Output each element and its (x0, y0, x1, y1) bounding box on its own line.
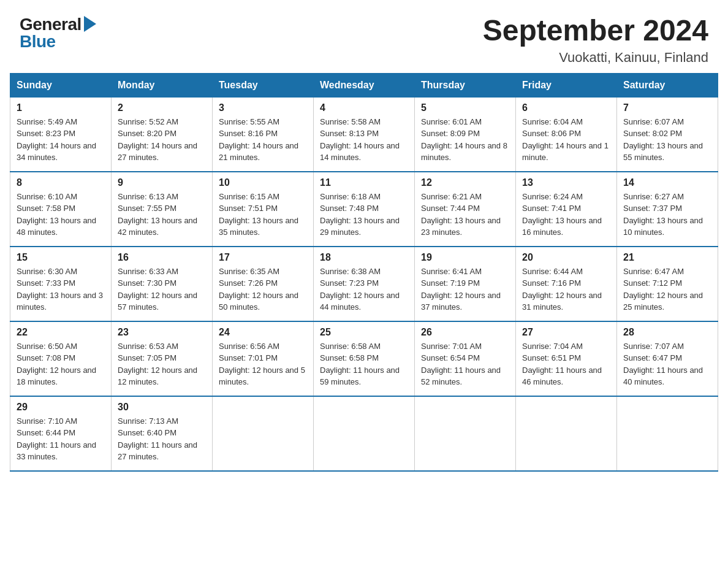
day-info: Sunrise: 6:30 AM Sunset: 7:33 PM Dayligh… (17, 266, 105, 313)
day-info: Sunrise: 6:04 AM Sunset: 8:06 PM Dayligh… (522, 116, 610, 164)
day-number: 27 (522, 327, 610, 338)
day-info: Sunrise: 6:07 AM Sunset: 8:02 PM Dayligh… (623, 116, 711, 164)
calendar-week-row: 22Sunrise: 6:50 AM Sunset: 7:08 PM Dayli… (10, 321, 718, 396)
day-info: Sunrise: 6:35 AM Sunset: 7:26 PM Dayligh… (219, 266, 307, 313)
day-number: 30 (118, 402, 206, 413)
day-number: 24 (219, 327, 307, 338)
table-row: 12Sunrise: 6:21 AM Sunset: 7:44 PM Dayli… (415, 172, 516, 247)
table-row: 22Sunrise: 6:50 AM Sunset: 7:08 PM Dayli… (10, 321, 112, 396)
day-number: 16 (118, 252, 206, 263)
table-row: 6Sunrise: 6:04 AM Sunset: 8:06 PM Daylig… (516, 97, 617, 172)
day-info: Sunrise: 5:52 AM Sunset: 8:20 PM Dayligh… (118, 116, 206, 164)
table-row: 21Sunrise: 6:47 AM Sunset: 7:12 PM Dayli… (617, 247, 718, 321)
col-thursday: Thursday (415, 73, 516, 97)
day-number: 10 (219, 177, 307, 188)
table-row: 3Sunrise: 5:55 AM Sunset: 8:16 PM Daylig… (213, 97, 314, 172)
table-row: 27Sunrise: 7:04 AM Sunset: 6:51 PM Dayli… (516, 321, 617, 396)
day-number: 1 (17, 102, 105, 113)
col-sunday: Sunday (10, 73, 112, 97)
day-number: 17 (219, 252, 307, 263)
col-wednesday: Wednesday (314, 73, 415, 97)
day-number: 13 (522, 177, 610, 188)
day-info: Sunrise: 6:38 AM Sunset: 7:23 PM Dayligh… (320, 266, 408, 313)
day-info: Sunrise: 6:41 AM Sunset: 7:19 PM Dayligh… (421, 266, 509, 313)
day-number: 28 (623, 327, 711, 338)
day-number: 8 (17, 177, 105, 188)
day-number: 25 (320, 327, 408, 338)
table-row: 14Sunrise: 6:27 AM Sunset: 7:37 PM Dayli… (617, 172, 718, 247)
day-info: Sunrise: 6:15 AM Sunset: 7:51 PM Dayligh… (219, 191, 307, 239)
table-row: 2Sunrise: 5:52 AM Sunset: 8:20 PM Daylig… (112, 97, 213, 172)
day-number: 22 (17, 327, 105, 338)
col-friday: Friday (516, 73, 617, 97)
table-row: 11Sunrise: 6:18 AM Sunset: 7:48 PM Dayli… (314, 172, 415, 247)
page-title: September 2024 (483, 15, 708, 47)
day-info: Sunrise: 7:10 AM Sunset: 6:44 PM Dayligh… (17, 415, 105, 463)
table-row (516, 396, 617, 471)
day-number: 20 (522, 252, 610, 263)
day-info: Sunrise: 6:10 AM Sunset: 7:58 PM Dayligh… (17, 191, 105, 239)
col-tuesday: Tuesday (213, 73, 314, 97)
day-info: Sunrise: 6:21 AM Sunset: 7:44 PM Dayligh… (421, 191, 509, 239)
day-number: 6 (522, 102, 610, 113)
day-info: Sunrise: 6:44 AM Sunset: 7:16 PM Dayligh… (522, 266, 610, 313)
day-number: 15 (17, 252, 105, 263)
day-info: Sunrise: 7:07 AM Sunset: 6:47 PM Dayligh… (623, 340, 711, 388)
day-info: Sunrise: 5:49 AM Sunset: 8:23 PM Dayligh… (17, 116, 105, 164)
table-row: 17Sunrise: 6:35 AM Sunset: 7:26 PM Dayli… (213, 247, 314, 321)
day-info: Sunrise: 5:55 AM Sunset: 8:16 PM Dayligh… (219, 116, 307, 164)
table-row: 13Sunrise: 6:24 AM Sunset: 7:41 PM Dayli… (516, 172, 617, 247)
day-info: Sunrise: 6:13 AM Sunset: 7:55 PM Dayligh… (118, 191, 206, 239)
calendar-week-row: 29Sunrise: 7:10 AM Sunset: 6:44 PM Dayli… (10, 396, 718, 471)
table-row: 18Sunrise: 6:38 AM Sunset: 7:23 PM Dayli… (314, 247, 415, 321)
day-info: Sunrise: 6:01 AM Sunset: 8:09 PM Dayligh… (421, 116, 509, 164)
calendar-week-row: 1Sunrise: 5:49 AM Sunset: 8:23 PM Daylig… (10, 97, 718, 172)
table-row: 25Sunrise: 6:58 AM Sunset: 6:58 PM Dayli… (314, 321, 415, 396)
day-number: 5 (421, 102, 509, 113)
table-row: 5Sunrise: 6:01 AM Sunset: 8:09 PM Daylig… (415, 97, 516, 172)
table-row (314, 396, 415, 471)
day-info: Sunrise: 7:01 AM Sunset: 6:54 PM Dayligh… (421, 340, 509, 388)
table-row: 7Sunrise: 6:07 AM Sunset: 8:02 PM Daylig… (617, 97, 718, 172)
day-number: 18 (320, 252, 408, 263)
day-info: Sunrise: 6:56 AM Sunset: 7:01 PM Dayligh… (219, 340, 307, 388)
day-number: 26 (421, 327, 509, 338)
table-row: 1Sunrise: 5:49 AM Sunset: 8:23 PM Daylig… (10, 97, 112, 172)
table-row: 4Sunrise: 5:58 AM Sunset: 8:13 PM Daylig… (314, 97, 415, 172)
day-number: 7 (623, 102, 711, 113)
day-number: 4 (320, 102, 408, 113)
day-info: Sunrise: 6:33 AM Sunset: 7:30 PM Dayligh… (118, 266, 206, 313)
table-row: 8Sunrise: 6:10 AM Sunset: 7:58 PM Daylig… (10, 172, 112, 247)
calendar-table: Sunday Monday Tuesday Wednesday Thursday… (10, 73, 718, 472)
day-number: 2 (118, 102, 206, 113)
day-info: Sunrise: 7:13 AM Sunset: 6:40 PM Dayligh… (118, 415, 206, 463)
day-info: Sunrise: 6:27 AM Sunset: 7:37 PM Dayligh… (623, 191, 711, 239)
day-info: Sunrise: 6:58 AM Sunset: 6:58 PM Dayligh… (320, 340, 408, 388)
calendar-week-row: 8Sunrise: 6:10 AM Sunset: 7:58 PM Daylig… (10, 172, 718, 247)
day-info: Sunrise: 5:58 AM Sunset: 8:13 PM Dayligh… (320, 116, 408, 164)
day-info: Sunrise: 6:18 AM Sunset: 7:48 PM Dayligh… (320, 191, 408, 239)
col-monday: Monday (112, 73, 213, 97)
logo-blue-text: Blue (20, 32, 56, 52)
day-info: Sunrise: 7:04 AM Sunset: 6:51 PM Dayligh… (522, 340, 610, 388)
col-saturday: Saturday (617, 73, 718, 97)
day-info: Sunrise: 6:53 AM Sunset: 7:05 PM Dayligh… (118, 340, 206, 388)
table-row: 9Sunrise: 6:13 AM Sunset: 7:55 PM Daylig… (112, 172, 213, 247)
page-subtitle: Vuokatti, Kainuu, Finland (483, 50, 708, 66)
day-number: 9 (118, 177, 206, 188)
day-number: 19 (421, 252, 509, 263)
page-header: General Blue September 2024 Vuokatti, Ka… (0, 0, 728, 73)
table-row: 30Sunrise: 7:13 AM Sunset: 6:40 PM Dayli… (112, 396, 213, 471)
day-number: 14 (623, 177, 711, 188)
day-number: 3 (219, 102, 307, 113)
table-row (617, 396, 718, 471)
header-title-area: September 2024 Vuokatti, Kainuu, Finland (483, 15, 708, 66)
table-row: 28Sunrise: 7:07 AM Sunset: 6:47 PM Dayli… (617, 321, 718, 396)
table-row: 26Sunrise: 7:01 AM Sunset: 6:54 PM Dayli… (415, 321, 516, 396)
day-number: 21 (623, 252, 711, 263)
table-row (415, 396, 516, 471)
table-row: 19Sunrise: 6:41 AM Sunset: 7:19 PM Dayli… (415, 247, 516, 321)
day-number: 11 (320, 177, 408, 188)
day-number: 29 (17, 402, 105, 413)
table-row: 23Sunrise: 6:53 AM Sunset: 7:05 PM Dayli… (112, 321, 213, 396)
